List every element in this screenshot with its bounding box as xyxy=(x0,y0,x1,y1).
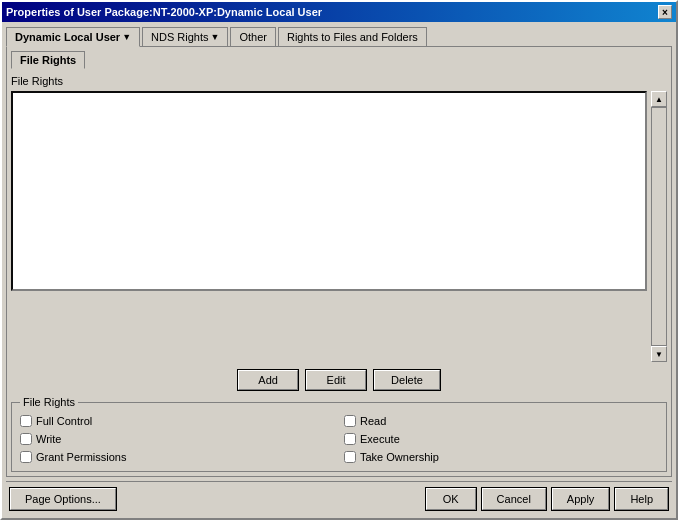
title-bar: Properties of User Package:NT-2000-XP:Dy… xyxy=(2,2,676,22)
checkbox-take-ownership: Take Ownership xyxy=(344,451,658,463)
section-file-rights-label: File Rights xyxy=(11,75,667,87)
page-options-button[interactable]: Page Options... xyxy=(10,488,116,510)
window-title: Properties of User Package:NT-2000-XP:Dy… xyxy=(6,6,322,18)
checkbox-execute-input[interactable] xyxy=(344,433,356,445)
scrollbar: ▲ ▼ xyxy=(651,91,667,362)
delete-button[interactable]: Delete xyxy=(374,370,440,390)
tab-bar: Dynamic Local User ▼ NDS Rights ▼ Other … xyxy=(6,26,672,46)
checkbox-read-input[interactable] xyxy=(344,415,356,427)
file-rights-list[interactable] xyxy=(11,91,647,291)
sub-tab-bar: File Rights xyxy=(11,51,667,69)
main-window: Properties of User Package:NT-2000-XP:Dy… xyxy=(0,0,678,520)
checkbox-full-control-input[interactable] xyxy=(20,415,32,427)
checkbox-grant-permissions-label: Grant Permissions xyxy=(36,451,126,463)
add-button[interactable]: Add xyxy=(238,370,298,390)
checkbox-grid: Full Control Read Write Execute xyxy=(20,415,658,463)
scroll-track xyxy=(651,107,667,346)
checkbox-take-ownership-input[interactable] xyxy=(344,451,356,463)
help-button[interactable]: Help xyxy=(615,488,668,510)
tab-other-label: Other xyxy=(239,31,267,43)
checkbox-read-label: Read xyxy=(360,415,386,427)
checkbox-full-control-label: Full Control xyxy=(36,415,92,427)
tab-rights-files-folders-label: Rights to Files and Folders xyxy=(287,31,418,43)
tab-panel: File Rights File Rights ▲ ▼ Add Edit Del… xyxy=(6,46,672,477)
checkbox-grant-permissions: Grant Permissions xyxy=(20,451,334,463)
checkbox-execute-label: Execute xyxy=(360,433,400,445)
checkbox-grant-permissions-input[interactable] xyxy=(20,451,32,463)
tab-rights-files-folders[interactable]: Rights to Files and Folders xyxy=(278,27,427,47)
list-box-container: ▲ ▼ xyxy=(11,91,667,362)
checkbox-execute: Execute xyxy=(344,433,658,445)
bottom-bar: Page Options... OK Cancel Apply Help xyxy=(6,481,672,514)
tab-nds-dropdown-icon[interactable]: ▼ xyxy=(211,32,220,42)
sub-tab-file-rights-label: File Rights xyxy=(20,54,76,66)
edit-button[interactable]: Edit xyxy=(306,370,366,390)
window-content: Dynamic Local User ▼ NDS Rights ▼ Other … xyxy=(2,22,676,518)
tab-nds-rights[interactable]: NDS Rights ▼ xyxy=(142,27,228,47)
tab-nds-rights-label: NDS Rights xyxy=(151,31,208,43)
tab-other[interactable]: Other xyxy=(230,27,276,47)
checkbox-write-input[interactable] xyxy=(20,433,32,445)
cancel-button[interactable]: Cancel xyxy=(482,488,546,510)
action-buttons: Add Edit Delete xyxy=(11,370,667,390)
file-rights-group: File Rights Full Control Read Write xyxy=(11,402,667,472)
tab-dropdown-icon[interactable]: ▼ xyxy=(122,32,131,42)
group-box-label: File Rights xyxy=(20,396,78,408)
ok-button[interactable]: OK xyxy=(426,488,476,510)
close-button[interactable]: × xyxy=(658,5,672,19)
checkbox-take-ownership-label: Take Ownership xyxy=(360,451,439,463)
sub-tab-file-rights[interactable]: File Rights xyxy=(11,51,85,69)
checkbox-write-label: Write xyxy=(36,433,61,445)
bottom-right-buttons: OK Cancel Apply Help xyxy=(426,488,668,510)
tab-dynamic-local-user-label: Dynamic Local User xyxy=(15,31,120,43)
apply-button[interactable]: Apply xyxy=(552,488,610,510)
scroll-up-button[interactable]: ▲ xyxy=(651,91,667,107)
scroll-down-button[interactable]: ▼ xyxy=(651,346,667,362)
checkbox-read: Read xyxy=(344,415,658,427)
tab-dynamic-local-user[interactable]: Dynamic Local User ▼ xyxy=(6,27,140,47)
checkbox-full-control: Full Control xyxy=(20,415,334,427)
checkbox-write: Write xyxy=(20,433,334,445)
